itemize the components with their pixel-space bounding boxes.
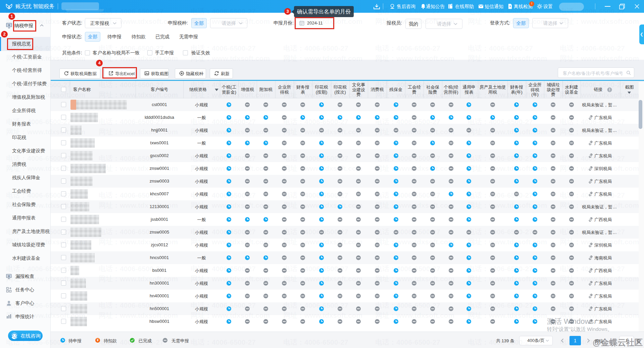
svg-text:¥: ¥ (8, 23, 10, 27)
svg-text:¥: ¥ (8, 275, 10, 278)
